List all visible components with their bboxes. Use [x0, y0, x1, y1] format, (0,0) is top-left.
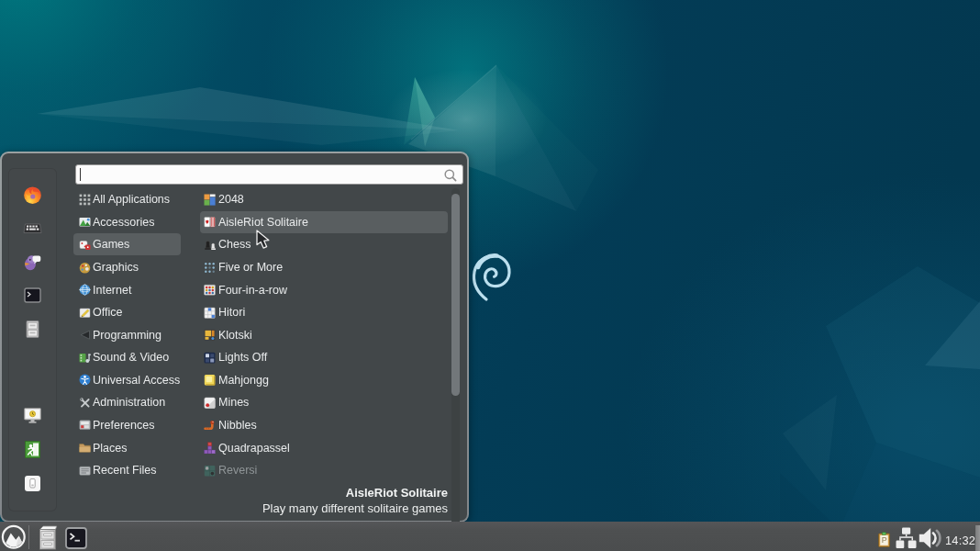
- svg-text:P: P: [882, 535, 887, 545]
